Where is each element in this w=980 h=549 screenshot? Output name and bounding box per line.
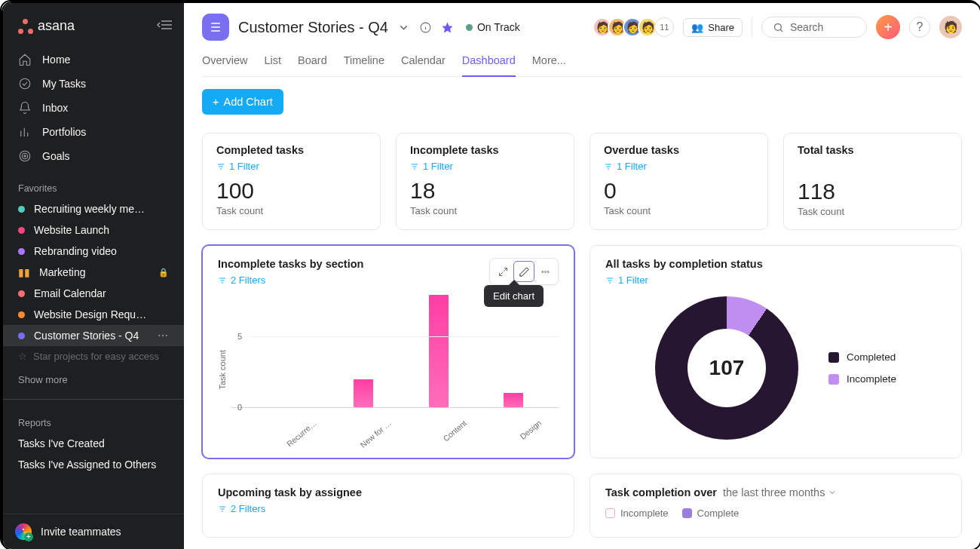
stat-card-completed[interactable]: Completed tasks 1 Filter 100 Task count: [202, 133, 381, 230]
current-user-avatar[interactable]: 🧑: [939, 16, 962, 38]
stat-card-overdue[interactable]: Overdue tasks 1 Filter 0 Task count: [590, 133, 768, 230]
edit-chart-button[interactable]: [513, 261, 534, 282]
nav-home[interactable]: Home: [3, 48, 184, 72]
expand-chart-button[interactable]: [492, 261, 513, 282]
project-color-dot: [18, 311, 25, 318]
stat-value: 18: [410, 178, 560, 204]
stat-subtitle: Task count: [216, 205, 366, 216]
favorite-item[interactable]: Website Launch: [3, 219, 184, 241]
sidebar-collapse-icon[interactable]: [157, 20, 172, 32]
svg-line-32: [499, 272, 502, 275]
asana-logo-icon: [18, 19, 33, 34]
panel-completion-status[interactable]: All tasks by completion status 1 Filter …: [590, 245, 962, 459]
tab-more[interactable]: More...: [532, 50, 566, 76]
nav-goals[interactable]: Goals: [3, 144, 184, 168]
header: Customer Stories - Q4 On Track 🧑 🧑 🧑 🧑 1…: [184, 3, 980, 77]
donut-legend: Completed Incomplete: [828, 351, 896, 385]
stat-subtitle: Task count: [798, 206, 948, 217]
chevron-down-icon[interactable]: [397, 21, 410, 34]
panel-upcoming-by-assignee[interactable]: Upcoming task by assignee 2 Filters: [202, 474, 574, 538]
svg-point-33: [541, 271, 543, 272]
tab-board[interactable]: Board: [298, 50, 327, 76]
bar: [429, 295, 449, 407]
tab-list[interactable]: List: [264, 50, 281, 76]
sidebar-nav: Home My Tasks Inbox Portfolios Goals: [3, 44, 184, 171]
filter-link[interactable]: 1 Filter: [410, 161, 560, 172]
favorite-item[interactable]: Email Calendar: [3, 283, 184, 304]
tab-overview[interactable]: Overview: [202, 50, 247, 76]
reports-heading: Reports: [3, 406, 184, 433]
tab-timeline[interactable]: Timeline: [344, 50, 384, 76]
bar: [354, 379, 373, 407]
project-icon[interactable]: [202, 14, 229, 41]
report-link[interactable]: Tasks I've Assigned to Others: [3, 454, 184, 475]
nav-label: Goals: [42, 150, 70, 162]
donut-chart: 107: [655, 296, 798, 440]
filter-link[interactable]: 2 Filters: [218, 503, 559, 514]
dashboard-content: +Add Chart Completed tasks 1 Filter 100 …: [184, 77, 980, 549]
sidebar: asana Home My Tasks Inbox Portfolios Goa…: [3, 3, 184, 549]
main: Customer Stories - Q4 On Track 🧑 🧑 🧑 🧑 1…: [184, 3, 980, 549]
status-label: On Track: [477, 21, 520, 33]
panel-incomplete-by-section[interactable]: Incomplete tasks by section 2 Filters Ed…: [202, 245, 574, 459]
panel-title: Task completion over: [605, 486, 717, 498]
favorite-label: Recruiting weekly me…: [34, 203, 145, 215]
more-actions-button[interactable]: [534, 261, 556, 282]
tab-dashboard[interactable]: Dashboard: [462, 50, 516, 77]
filter-link[interactable]: 2 Filters: [218, 274, 363, 286]
nav-my-tasks[interactable]: My Tasks: [3, 72, 184, 96]
more-icon[interactable]: ⋯: [158, 330, 169, 342]
people-icon: 👥: [691, 22, 703, 33]
stat-subtitle: Task count: [410, 205, 560, 216]
invite-teammates[interactable]: Invite teammates: [3, 514, 184, 549]
stat-card-incomplete[interactable]: Incomplete tasks 1 Filter 18 Task count: [396, 133, 574, 230]
nav-label: Inbox: [42, 102, 68, 114]
star-hint: ☆Star projects for easy access: [3, 346, 184, 367]
favorite-item-active[interactable]: Customer Stories - Q4⋯: [3, 325, 184, 346]
filter-link[interactable]: 1 Filter: [216, 161, 366, 172]
stat-value: 0: [604, 178, 754, 204]
favorite-item[interactable]: Website Design Requ…: [3, 304, 184, 325]
stat-value: 118: [798, 179, 948, 204]
omnibutton-add[interactable]: +: [876, 15, 900, 39]
tab-calendar[interactable]: Calendar: [401, 50, 446, 76]
member-avatars[interactable]: 🧑 🧑 🧑 🧑 11: [597, 17, 674, 37]
nav-portfolios[interactable]: Portfolios: [3, 120, 184, 144]
panel-task-completion-over[interactable]: Task completion over the last three mont…: [590, 474, 962, 538]
stat-value: 100: [216, 178, 366, 204]
favorite-label: Website Design Requ…: [34, 308, 146, 321]
filter-link[interactable]: 1 Filter: [604, 161, 754, 172]
share-button[interactable]: 👥Share: [683, 18, 743, 37]
bars-icon: ▮▮: [18, 266, 30, 278]
help-button[interactable]: ?: [909, 17, 930, 38]
add-chart-button[interactable]: +Add Chart: [202, 89, 283, 115]
time-range-select[interactable]: the last three months: [723, 486, 837, 498]
info-icon[interactable]: [419, 21, 432, 34]
chart-toolbar: [489, 258, 559, 285]
x-tick: Recurre…: [283, 419, 318, 449]
project-title: Customer Stories - Q4: [238, 19, 388, 36]
brand-name: asana: [38, 18, 75, 34]
search-input[interactable]: Search: [761, 17, 867, 38]
y-tick: 0: [237, 403, 242, 412]
favorite-item[interactable]: Recruiting weekly me…: [3, 198, 184, 219]
brand-logo[interactable]: asana: [18, 18, 75, 34]
svg-point-9: [24, 155, 26, 157]
favorite-item[interactable]: Rebranding video: [3, 241, 184, 262]
nav-label: Home: [42, 54, 70, 66]
plus-icon: +: [213, 96, 219, 108]
svg-point-8: [22, 153, 28, 159]
nav-inbox[interactable]: Inbox: [3, 96, 184, 120]
card-title: Total tasks: [798, 144, 948, 156]
legend-label: Incomplete: [847, 373, 896, 385]
report-link[interactable]: Tasks I've Created: [3, 433, 184, 454]
project-status[interactable]: On Track: [466, 21, 520, 33]
search-placeholder: Search: [790, 21, 823, 33]
show-more-link[interactable]: Show more: [3, 367, 184, 393]
avatar-overflow-count: 11: [654, 17, 674, 37]
stat-card-total[interactable]: Total tasks 118 Task count: [783, 133, 962, 230]
star-icon[interactable]: [441, 21, 454, 34]
favorite-item[interactable]: ▮▮Marketing🔒: [3, 262, 184, 283]
lock-icon: 🔒: [158, 268, 169, 278]
filter-link[interactable]: 1 Filter: [605, 274, 946, 286]
